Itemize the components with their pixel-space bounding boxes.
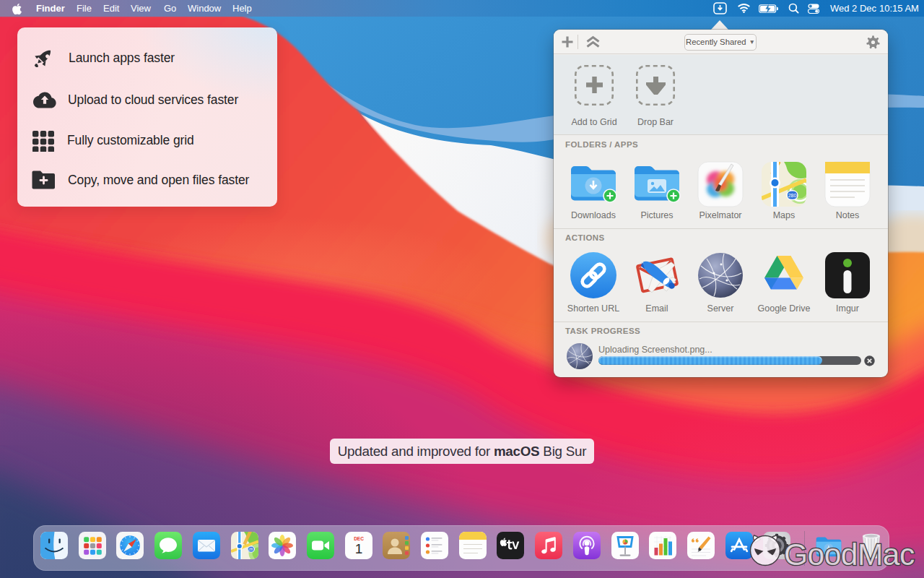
svg-text:GoodMac: GoodMac	[784, 538, 915, 571]
svg-text:280: 280	[248, 548, 254, 551]
svg-text:280: 280	[788, 193, 797, 198]
svg-text:DEC: DEC	[354, 536, 364, 541]
svg-text:1: 1	[354, 541, 362, 556]
